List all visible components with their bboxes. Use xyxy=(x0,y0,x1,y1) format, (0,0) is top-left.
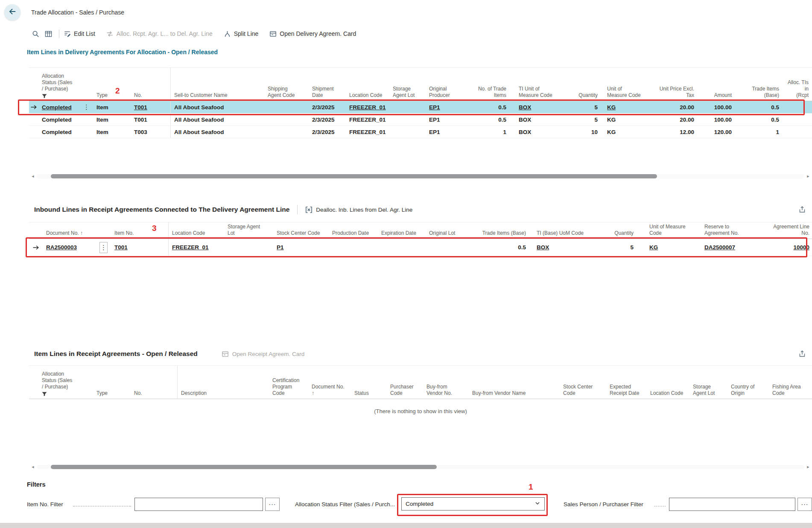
open-receipt-card-button[interactable]: Open Receipt Agreem. Card xyxy=(222,350,305,358)
column-header-no[interactable]: No. xyxy=(131,366,178,399)
cell-alloc-tis-in-rcpt[interactable] xyxy=(783,126,812,138)
column-header-trade-items-base[interactable]: Trade Items (Base) xyxy=(477,222,529,239)
cell-trade-items-base[interactable]: 0.5 xyxy=(735,101,783,113)
column-header-country-of-origin[interactable]: Country of Origin xyxy=(727,366,769,399)
column-header-unit-price-excl-tax[interactable]: Unit Price Excl. Tax xyxy=(653,68,698,101)
cell-unit-of-measure-code[interactable]: KG xyxy=(601,126,653,138)
cell-amount[interactable]: 100.00 xyxy=(698,114,735,125)
cell-ti-base-uom-code[interactable]: BOX xyxy=(529,239,591,256)
cell-quantity[interactable]: 5 xyxy=(591,239,637,256)
edit-list-button[interactable]: Edit List xyxy=(64,30,95,38)
table-row[interactable]: Completed⋮ItemT001All About Seafood2/3/2… xyxy=(29,101,812,114)
horizontal-scrollbar-1[interactable]: ◄ ► xyxy=(29,172,812,180)
cell-original-producer[interactable]: EP1 xyxy=(426,126,459,138)
cell-location-code[interactable]: FREEZER_01 xyxy=(346,126,389,138)
share-icon[interactable] xyxy=(798,206,806,213)
cell-amount[interactable]: 100.00 xyxy=(698,101,735,113)
scrollbar-track[interactable] xyxy=(37,465,804,469)
cell-ti-unit-of-measure-code[interactable]: BOX xyxy=(510,126,572,138)
column-header-purchaser-code[interactable]: Purchaser Code xyxy=(387,366,423,399)
allocation-status-dropdown[interactable]: Completed xyxy=(401,497,545,510)
cell-storage-agent-lot[interactable] xyxy=(389,101,426,113)
cell-type[interactable]: Item xyxy=(93,101,131,113)
column-header-location-code[interactable]: Location Code xyxy=(346,68,389,101)
cell-shipment-date[interactable]: 2/3/2025 xyxy=(309,114,346,125)
cell-sell-to-customer-name[interactable]: All About Seafood xyxy=(171,101,264,113)
column-header-stock-center-code[interactable]: Stock Center Code xyxy=(560,366,606,399)
cell-location-code[interactable]: FREEZER_01 xyxy=(169,239,224,256)
table-row[interactable]: CompletedItemT001All About Seafood2/3/20… xyxy=(29,114,812,126)
cell-unit-price-excl-tax[interactable]: 20.00 xyxy=(653,114,698,125)
column-header-alloc-tis-in-rcpt[interactable]: Alloc. TIs in (Rcpt xyxy=(783,68,812,101)
cell-quantity[interactable]: 10 xyxy=(572,126,601,138)
cell-original-lot[interactable] xyxy=(426,239,477,256)
column-header-reserve-to-agreement-no[interactable]: Reserve to Agreement No. xyxy=(701,222,761,239)
row-menu-icon[interactable]: ⋮ xyxy=(99,242,108,253)
cell-item-no[interactable]: T001 xyxy=(111,239,169,256)
item-no-filter-input[interactable] xyxy=(134,498,263,511)
scrollbar-thumb[interactable] xyxy=(51,174,657,178)
column-header-sell-to-customer-name[interactable]: Sell-to Customer Name xyxy=(171,68,264,101)
cell-allocation-status[interactable]: Completed xyxy=(38,114,93,125)
cell-document-no[interactable]: RA2500003⋮ xyxy=(43,239,111,256)
dealloc-inbound-lines-button[interactable]: Dealloc. Inb. Lines from Del. Agr. Line xyxy=(305,206,412,213)
column-header-unit-of-measure-code[interactable]: Unit of Measure Code xyxy=(601,68,653,101)
column-header-shipment-date[interactable]: Shipment Date xyxy=(309,68,346,101)
cell-shipping-agent-code[interactable] xyxy=(264,101,309,113)
column-header-ti-base-uom-code[interactable]: TI (Base) UoM Code xyxy=(529,222,591,239)
column-header-ti-unit-of-measure-code[interactable]: TI Unit of Measure Code xyxy=(510,68,572,101)
cell-storage-agent-lot[interactable] xyxy=(224,239,273,256)
column-header-fishing-area-code[interactable]: Fishing Area Code xyxy=(769,366,812,399)
column-header-allocation-status[interactable]: Allocation Status (Sales / Purchase) xyxy=(38,366,93,399)
column-header-stock-center-code[interactable]: Stock Center Code xyxy=(273,222,329,239)
back-button[interactable] xyxy=(4,4,20,20)
cell-no-of-trade-items[interactable]: 0.5 xyxy=(459,114,510,125)
column-header-shipping-agent-code[interactable]: Shipping Agent Code xyxy=(264,68,309,101)
cell-unit-of-measure-code[interactable]: KG xyxy=(601,114,653,125)
item-no-assist-button[interactable]: ··· xyxy=(265,498,280,511)
cell-shipment-date[interactable]: 2/3/2025 xyxy=(309,126,346,138)
scrollbar-thumb[interactable] xyxy=(51,465,437,469)
column-header-no-of-trade-items[interactable]: No. of Trade Items xyxy=(459,68,510,101)
column-header-production-date[interactable]: Production Date xyxy=(329,222,378,239)
analyze-grid-icon[interactable] xyxy=(42,27,55,40)
cell-trade-items-base[interactable]: 0.5 xyxy=(477,239,529,256)
cell-sell-to-customer-name[interactable]: All About Seafood xyxy=(171,126,264,138)
cell-shipping-agent-code[interactable] xyxy=(264,126,309,138)
sales-person-assist-button[interactable]: ··· xyxy=(797,498,812,511)
column-header-unit-of-measure-code[interactable]: Unit of Measure Code xyxy=(637,222,701,239)
column-header-reserve-to-agreement-line-no[interactable]: Reserve to Agreement Line No. xyxy=(761,222,812,239)
cell-quantity[interactable]: 5 xyxy=(572,101,601,113)
share-icon[interactable] xyxy=(798,350,806,358)
column-header-type[interactable]: Type xyxy=(93,68,131,101)
cell-alloc-tis-in-rcpt[interactable] xyxy=(783,114,812,125)
column-header-buy-from-vendor-name[interactable]: Buy-from Vendor Name xyxy=(469,366,560,399)
cell-alloc-tis-in-rcpt[interactable] xyxy=(783,101,812,113)
row-menu-icon[interactable]: ⋮ xyxy=(82,103,90,111)
column-header-allocation-status[interactable]: Allocation Status (Sales / Purchase) xyxy=(38,68,93,101)
cell-amount[interactable]: 120.00 xyxy=(698,126,735,138)
cell-reserve-to-agreement-no[interactable]: DA2500007 xyxy=(701,239,761,256)
cell-trade-items-base[interactable]: 0.5 xyxy=(735,114,783,125)
column-header-document-no[interactable]: Document No. ↑ xyxy=(308,366,351,399)
cell-type[interactable]: Item xyxy=(93,126,131,138)
cell-no[interactable]: T003 xyxy=(131,126,171,138)
horizontal-scrollbar-2[interactable]: ◄ ► xyxy=(29,464,812,470)
cell-ti-unit-of-measure-code[interactable]: BOX xyxy=(510,114,572,125)
cell-location-code[interactable]: FREEZER_01 xyxy=(346,114,389,125)
column-header-quantity[interactable]: Quantity xyxy=(572,68,601,101)
cell-unit-price-excl-tax[interactable]: 20.00 xyxy=(653,101,698,113)
scrollbar-track[interactable] xyxy=(37,174,804,178)
cell-no[interactable]: T001 xyxy=(131,101,171,113)
column-header-no[interactable]: No. xyxy=(131,68,171,101)
cell-production-date[interactable] xyxy=(329,239,378,256)
cell-unit-of-measure-code[interactable]: KG xyxy=(601,101,653,113)
column-header-location-code[interactable]: Location Code xyxy=(169,222,224,239)
sales-person-filter-input[interactable] xyxy=(669,498,795,511)
cell-no-of-trade-items[interactable]: 1 xyxy=(459,126,510,138)
scroll-right-arrow[interactable]: ► xyxy=(804,465,812,469)
cell-no-of-trade-items[interactable]: 0.5 xyxy=(459,101,510,113)
column-header-amount[interactable]: Amount xyxy=(698,68,735,101)
split-line-button[interactable]: Split Line xyxy=(224,30,259,38)
cell-reserve-to-agreement-line-no[interactable]: 10000 xyxy=(761,239,812,256)
